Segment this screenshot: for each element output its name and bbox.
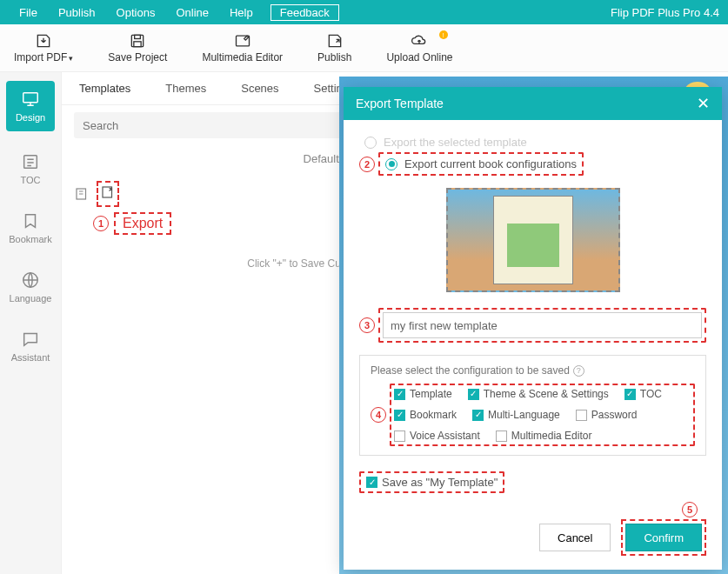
upload-online-button[interactable]: ! Upload Online — [386, 32, 452, 63]
notification-badge: ! — [439, 30, 448, 39]
import-icon — [35, 32, 52, 50]
template-preview — [446, 188, 620, 292]
template-name-input[interactable] — [383, 312, 702, 338]
help-icon[interactable]: ? — [573, 365, 584, 377]
chat-icon — [21, 330, 40, 349]
tab-themes[interactable]: Themes — [148, 82, 224, 95]
check-save-as-my-template[interactable]: Save as "My Template" — [359, 471, 504, 493]
cancel-button[interactable]: Cancel — [539, 524, 611, 551]
monitor-icon — [21, 90, 40, 109]
export-template-dialog: Export Template ✕ Export the selected te… — [344, 87, 722, 570]
dialog-close-button[interactable]: ✕ — [697, 94, 710, 113]
dialog-title: Export Template — [356, 97, 444, 110]
menu-bar: File Publish Options Online Help Feedbac… — [0, 0, 728, 24]
publish-button[interactable]: Publish — [317, 32, 351, 63]
menu-online[interactable]: Online — [165, 6, 219, 19]
tab-templates[interactable]: Templates — [62, 82, 148, 95]
menu-options[interactable]: Options — [106, 6, 166, 19]
save-project-button[interactable]: Save Project — [108, 32, 167, 63]
export-template-icon[interactable] — [100, 184, 116, 200]
tab-scenes[interactable]: Scenes — [224, 82, 296, 95]
left-sidebar: Design TOC Bookmark Language Assistant — [0, 72, 61, 574]
svg-rect-2 — [134, 42, 141, 47]
check-multilang[interactable]: Multi-Language — [472, 409, 560, 421]
sidebar-item-assistant[interactable]: Assistant — [6, 324, 55, 368]
svg-rect-1 — [135, 35, 141, 38]
cloud-upload-icon — [411, 32, 428, 50]
publish-icon — [326, 32, 344, 50]
check-voice[interactable]: Voice Assistant — [394, 430, 480, 442]
sidebar-item-design[interactable]: Design — [6, 81, 55, 131]
radio-export-current[interactable]: Export current book configurations — [378, 152, 584, 176]
menu-help[interactable]: Help — [219, 6, 264, 19]
check-toc[interactable]: TOC — [624, 388, 662, 400]
feedback-button[interactable]: Feedback — [270, 4, 339, 21]
menu-file[interactable]: File — [9, 6, 48, 19]
annotation-1: 1 — [93, 216, 109, 231]
bookmark-icon — [21, 211, 40, 230]
check-bookmark[interactable]: Bookmark — [394, 409, 457, 421]
edit-icon — [234, 32, 251, 50]
radio-export-selected: Export the selected template — [359, 132, 706, 152]
app-title: Flip PDF Plus Pro 4.4 — [611, 6, 719, 19]
import-pdf-button[interactable]: Import PDF▾ — [14, 32, 73, 63]
check-theme[interactable]: Theme & Scene & Settings — [468, 388, 609, 400]
check-password[interactable]: Password — [576, 409, 638, 421]
sidebar-item-language[interactable]: Language — [6, 265, 55, 309]
confirm-button[interactable]: Confirm — [625, 524, 702, 551]
annotation-4: 4 — [371, 407, 386, 423]
save-icon — [129, 32, 146, 50]
annotation-export-label: Export — [114, 212, 171, 235]
config-group: Please select the configuration to be sa… — [359, 355, 706, 456]
annotation-3: 3 — [359, 317, 375, 333]
annotation-2: 2 — [359, 157, 375, 172]
config-title: Please select the configuration to be sa… — [371, 364, 695, 377]
svg-rect-3 — [236, 36, 249, 46]
multimedia-editor-button[interactable]: Multimedia Editor — [202, 32, 283, 63]
check-mmeditor[interactable]: Multimedia Editor — [496, 430, 592, 442]
dialog-header: Export Template ✕ — [344, 87, 722, 120]
sidebar-item-bookmark[interactable]: Bookmark — [6, 206, 55, 250]
sidebar-item-toc[interactable]: TOC — [6, 147, 55, 190]
svg-rect-4 — [23, 93, 38, 103]
globe-icon — [21, 270, 40, 290]
check-template[interactable]: Template — [394, 388, 452, 400]
toc-icon — [21, 152, 40, 171]
main-toolbar: Import PDF▾ Save Project Multimedia Edit… — [0, 24, 728, 72]
annotation-5: 5 — [682, 502, 698, 517]
menu-publish[interactable]: Publish — [48, 6, 106, 19]
import-template-icon[interactable] — [74, 186, 90, 202]
